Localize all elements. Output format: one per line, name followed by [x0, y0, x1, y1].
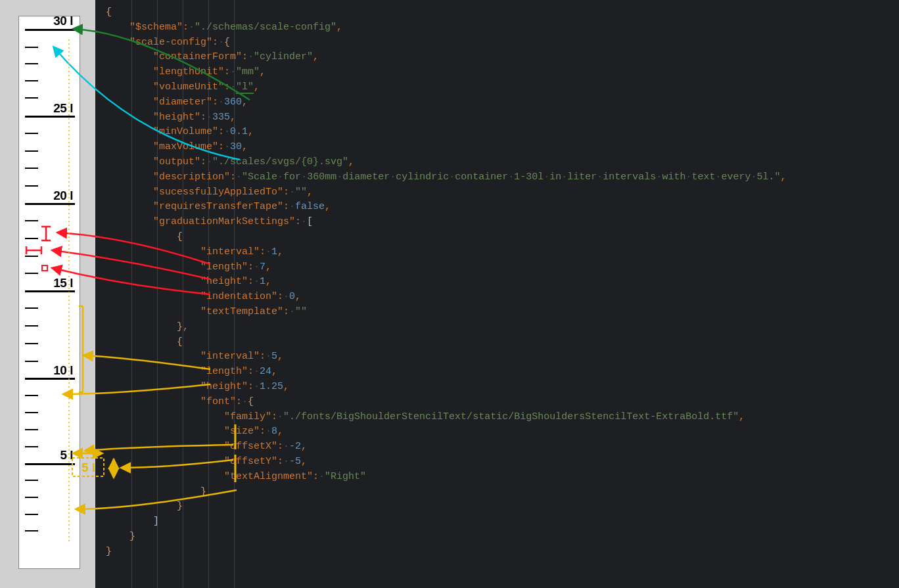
scale-label: 5 l [60, 448, 73, 463]
code-line[interactable]: "sucessfullyAppliedTo":·"", [95, 185, 899, 200]
code-line[interactable]: "interval":·5, [95, 350, 899, 365]
tick-minor [25, 47, 38, 48]
code-line[interactable]: "minVolume":·0.1, [95, 125, 899, 140]
scale-label: 25 l [53, 101, 73, 116]
tick-minor [25, 446, 38, 447]
code-line[interactable]: ] [95, 514, 899, 530]
scale-preview-panel: 30 l25 l20 l15 l10 l5 l [18, 16, 80, 569]
tick-minor [25, 273, 38, 274]
tick-major [25, 378, 75, 380]
code-line[interactable]: } [95, 545, 899, 560]
code-line[interactable]: "family":·"./fonts/BigShoulderStencilTex… [95, 410, 899, 425]
code-line[interactable]: "length":·7, [95, 260, 899, 275]
code-line[interactable]: "maxVolume":·30, [95, 140, 899, 155]
code-line[interactable]: "length":·24, [95, 365, 899, 380]
tick-minor [25, 150, 38, 152]
code-line[interactable]: "diameter":·360, [95, 95, 899, 110]
code-line[interactable]: "offsetY":·-5, [95, 455, 899, 470]
scale-label: 20 l [53, 189, 73, 203]
tick-major [25, 203, 75, 205]
code-line[interactable]: "containerForm":·"cylinder", [95, 50, 899, 65]
code-line[interactable]: "font":·{ [95, 395, 899, 410]
code-line[interactable]: "scale-config":·{ [95, 35, 899, 51]
tick-minor [25, 395, 38, 396]
code-line[interactable]: { [95, 230, 899, 245]
tick-minor [25, 80, 38, 81]
tick-minor [25, 220, 38, 221]
tick-minor [25, 497, 38, 498]
code-line[interactable]: "size":·8, [95, 424, 899, 440]
tick-minor [25, 307, 38, 309]
code-lines[interactable]: { "$schema":·"./schemas/scale-config", "… [95, 5, 899, 559]
code-line[interactable]: } [95, 485, 899, 500]
code-line[interactable]: "textTemplate":·"" [95, 305, 899, 320]
code-line[interactable]: "height":·1.25, [95, 380, 899, 395]
tick-minor [25, 325, 38, 327]
tick-minor [25, 238, 38, 239]
code-line[interactable]: "$schema":·"./schemas/scale-config", [95, 20, 899, 35]
tick-major [25, 116, 75, 118]
svg-text:5 l: 5 l [81, 461, 95, 474]
code-line[interactable]: "description":·"Scale·for·360mm·diameter… [95, 170, 899, 185]
code-line[interactable]: "indentation":·0, [95, 290, 899, 305]
code-line[interactable]: "lengthUnit":·"mm", [95, 65, 899, 80]
tick-minor [25, 361, 38, 362]
code-line[interactable]: "output":·"./scales/svgs/{0}.svg", [95, 155, 899, 170]
tick-minor [25, 185, 38, 187]
tick-major [25, 29, 75, 31]
tick-minor [25, 133, 38, 134]
tick-minor [25, 97, 38, 99]
code-line[interactable]: "volumeUnit":·"l", [95, 80, 899, 95]
tick-minor [25, 429, 38, 430]
tick-minor [25, 343, 38, 344]
code-line[interactable]: "interval":·1, [95, 245, 899, 260]
scale-label: 30 l [53, 14, 73, 28]
tick-minor [25, 256, 38, 257]
code-line[interactable]: } [95, 499, 899, 514]
code-line[interactable]: "requiresTransferTape":·false, [95, 200, 899, 215]
code-line[interactable]: "offsetX":·-2, [95, 440, 899, 455]
tick-minor [25, 412, 38, 413]
code-line[interactable]: { [95, 5, 899, 20]
scale-label: 15 l [53, 276, 73, 290]
tick-minor [25, 168, 38, 169]
tick-major [25, 290, 75, 292]
code-line[interactable]: "textAlignment":·"Right" [95, 470, 899, 485]
tick-major [25, 463, 75, 465]
code-line[interactable]: "height":·335, [95, 110, 899, 125]
tick-minor [25, 514, 38, 515]
code-line[interactable]: "graduationMarkSettings":·[ [95, 215, 899, 230]
code-line[interactable]: }, [95, 320, 899, 335]
scale-label: 10 l [53, 363, 73, 378]
tick-minor [25, 480, 38, 481]
tick-minor [25, 63, 38, 64]
code-editor[interactable]: { "$schema":·"./schemas/scale-config", "… [95, 0, 899, 588]
code-line[interactable]: } [95, 530, 899, 545]
code-line[interactable]: { [95, 335, 899, 350]
tick-minor [25, 530, 38, 531]
code-line[interactable]: "height":·1, [95, 275, 899, 290]
